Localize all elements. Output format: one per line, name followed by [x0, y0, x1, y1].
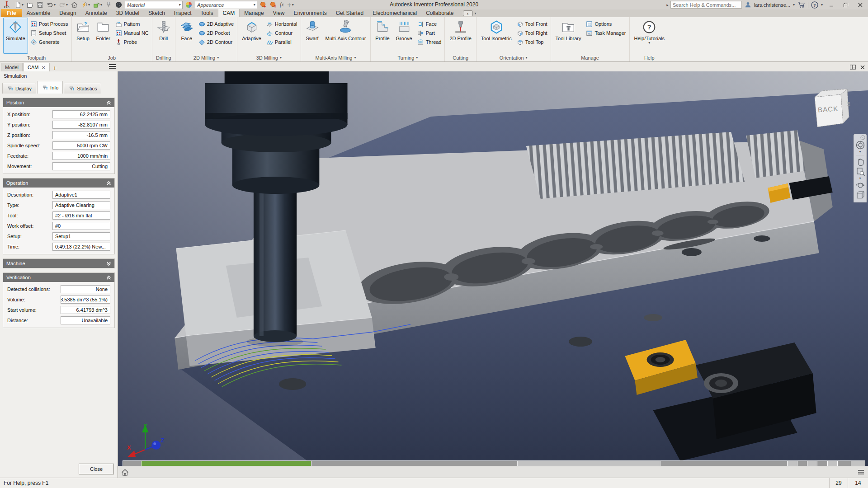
turn-face-button[interactable]: Face: [416, 19, 443, 28]
undo-button[interactable]: ▾: [46, 1, 56, 9]
tab-sketch[interactable]: Sketch: [144, 9, 170, 17]
help-tutorials-button[interactable]: Help/Tutorials▾: [632, 18, 667, 54]
view-cube[interactable]: BACK LEFT: [805, 84, 854, 133]
search-input[interactable]: [670, 1, 742, 9]
parameters-button[interactable]: fx: [279, 1, 284, 9]
material-combo[interactable]: Material▾: [125, 1, 183, 9]
adaptive-button[interactable]: Adaptive: [239, 18, 264, 54]
tab-get-started[interactable]: Get Started: [331, 9, 368, 17]
viewport-canvas[interactable]: Y X Z: [118, 71, 868, 478]
tab-environments[interactable]: Environments: [289, 9, 331, 17]
probe-button[interactable]: Probe: [114, 38, 150, 47]
navbar-close-icon[interactable]: [860, 135, 865, 140]
group-label-orientation[interactable]: Orientation▾: [478, 54, 549, 61]
group-label-drilling[interactable]: Drilling: [154, 54, 173, 61]
tab-display[interactable]: Display: [2, 83, 36, 94]
3d-viewport[interactable]: Y X Z BACK LEFT: [118, 71, 868, 478]
group-label-toolpath[interactable]: Toolpath: [3, 54, 70, 61]
signed-in-user[interactable]: lars.christense...: [754, 2, 790, 8]
tool-right-button[interactable]: Tool Right: [515, 28, 549, 38]
panel-menu-icon[interactable]: [109, 64, 116, 69]
post-process-button[interactable]: Post Process: [29, 19, 70, 28]
pan-icon[interactable]: [855, 157, 865, 167]
folder-button[interactable]: Folder: [94, 18, 113, 54]
close-document-icon[interactable]: [860, 65, 865, 70]
restore-button[interactable]: [840, 1, 852, 9]
contour-button[interactable]: Contour: [265, 28, 299, 38]
orbit-icon[interactable]: [855, 180, 865, 190]
multi-axis-contour-button[interactable]: Multi-Axis Contour: [323, 18, 369, 54]
turn-part-button[interactable]: Part: [416, 28, 443, 38]
simulate-button[interactable]: Simulate: [3, 18, 28, 54]
2d-pocket-button[interactable]: 2D Pocket: [197, 28, 235, 38]
look-at-icon[interactable]: [855, 190, 865, 200]
measure-button[interactable]: [105, 1, 113, 9]
tab-3d-model[interactable]: 3D Model: [112, 9, 144, 17]
viewcube-back-face[interactable]: BACK: [818, 104, 839, 113]
doc-tab-cam[interactable]: CAM×: [24, 63, 50, 71]
task-manager-button[interactable]: Task Manager: [585, 28, 627, 38]
group-label-help[interactable]: Help: [632, 54, 667, 61]
tool-library-button[interactable]: Tool Library: [553, 18, 584, 54]
clear-appearance-button[interactable]: [269, 1, 277, 9]
simulation-close-button[interactable]: Close: [79, 464, 114, 474]
group-label-cutting[interactable]: Cutting: [447, 54, 474, 61]
operation-header[interactable]: Operation: [3, 178, 114, 188]
turn-profile-button[interactable]: Profile: [373, 18, 392, 54]
tab-view[interactable]: View: [269, 9, 289, 17]
tab-statistics[interactable]: Statistics: [64, 83, 101, 94]
position-header[interactable]: Position: [3, 98, 114, 107]
turn-thread-button[interactable]: Thread: [416, 38, 443, 47]
horizontal-button[interactable]: Horizontal: [265, 19, 299, 28]
timeline-menu-icon[interactable]: [858, 470, 864, 474]
split-view-icon[interactable]: [849, 64, 856, 70]
manual-nc-button[interactable]: Manual NC: [114, 28, 150, 38]
swarf-button[interactable]: Swarf: [303, 18, 322, 54]
appearance-combo[interactable]: Appearance▾: [195, 1, 257, 9]
group-label-multiaxis[interactable]: Multi-Axis Milling▾: [303, 54, 369, 61]
doc-tab-model[interactable]: Model: [1, 63, 23, 71]
group-label-job[interactable]: Job: [74, 54, 150, 61]
tab-inspect[interactable]: Inspect: [170, 9, 196, 17]
redo-button[interactable]: ▾: [58, 1, 68, 9]
drill-button[interactable]: Drill: [154, 18, 173, 54]
2d-profile-button[interactable]: 2D Profile: [447, 18, 474, 54]
new-file-button[interactable]: ▾: [14, 1, 24, 9]
tab-electromechanical[interactable]: Electromechanical: [368, 9, 421, 17]
help-icon[interactable]: ?: [811, 1, 818, 9]
group-label-3d-milling[interactable]: 3D Milling▾: [239, 54, 298, 61]
tool-isometric-button[interactable]: Tool Isometric: [478, 18, 514, 54]
machine-header[interactable]: Machine: [3, 259, 114, 268]
tab-design[interactable]: Design: [55, 9, 80, 17]
minimize-button[interactable]: [826, 1, 837, 9]
group-label-2d-milling[interactable]: 2D Milling▾: [177, 54, 235, 61]
add-tab-button[interactable]: +: [50, 65, 60, 71]
tab-collaborate[interactable]: Collaborate: [421, 9, 458, 17]
update-button[interactable]: ▾: [93, 1, 103, 9]
tab-cam[interactable]: CAM: [218, 9, 240, 17]
options-button[interactable]: Options: [585, 19, 627, 28]
ribbon-collapse-control[interactable]: ▴ ▾: [463, 10, 476, 17]
navbar-dropdown-icon[interactable]: ▾: [859, 150, 861, 154]
tool-front-button[interactable]: Tool Front: [515, 19, 549, 28]
group-label-manage[interactable]: Manage: [553, 54, 627, 61]
home-view-icon[interactable]: [121, 469, 129, 476]
tab-assemble[interactable]: Assemble: [22, 9, 55, 17]
store-cart-icon[interactable]: [797, 1, 805, 8]
close-tab-icon[interactable]: ×: [41, 65, 45, 70]
material-ball-button[interactable]: [115, 1, 123, 9]
qat-customize-button[interactable]: +▾: [287, 1, 294, 9]
turn-groove-button[interactable]: Groove: [393, 18, 415, 54]
tab-annotate[interactable]: Annotate: [81, 9, 112, 17]
generate-button[interactable]: Generate: [29, 38, 70, 47]
zoom-dropdown-icon[interactable]: ▾: [859, 177, 861, 180]
help-search[interactable]: ▸: [666, 1, 742, 9]
adjust-appearance-button[interactable]: [259, 1, 267, 9]
pattern-button[interactable]: Pattern: [114, 19, 150, 28]
open-button[interactable]: [26, 1, 34, 9]
setup-sheet-button[interactable]: Setup Sheet: [29, 28, 70, 38]
tab-manage[interactable]: Manage: [240, 9, 268, 17]
setup-button[interactable]: Setup: [74, 18, 93, 54]
inventor-logo[interactable]: I PRO: [2, 1, 12, 9]
iproperties-button[interactable]: ▾: [80, 1, 90, 9]
